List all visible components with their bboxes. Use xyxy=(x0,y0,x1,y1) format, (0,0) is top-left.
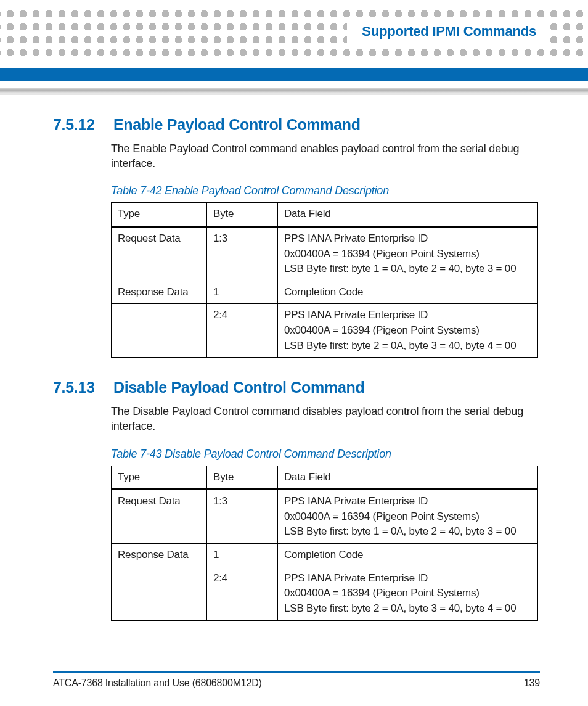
table-row: Request Data 1:3 PPS IANA Private Enterp… xyxy=(112,226,538,281)
table-cell: Response Data xyxy=(112,281,207,304)
table-cell: 2:4 xyxy=(207,304,278,358)
chapter-title: Supported IPMI Commands xyxy=(362,23,536,39)
table-header-cell: Byte xyxy=(207,466,278,490)
header-grey-bar xyxy=(0,88,588,95)
main-content: 7.5.12 Enable Payload Control Command Th… xyxy=(53,116,540,621)
table-caption: Table 7-43 Disable Payload Control Comma… xyxy=(111,448,540,461)
section-heading: 7.5.12 Enable Payload Control Command xyxy=(53,116,540,134)
section-paragraph: The Enable Payload Control command enabl… xyxy=(111,141,540,171)
table-row: Response Data 1 Completion Code xyxy=(112,281,538,304)
table-cell: 1:3 xyxy=(207,226,278,281)
page-footer: ATCA-7368 Installation and Use (6806800M… xyxy=(53,671,540,689)
footer-doc-title: ATCA-7368 Installation and Use (6806800M… xyxy=(53,678,262,689)
table-row: Request Data 1:3 PPS IANA Private Enterp… xyxy=(112,490,538,544)
command-table: Type Byte Data Field Request Data 1:3 PP… xyxy=(111,466,538,621)
table-cell: Response Data xyxy=(112,544,207,567)
table-cell: PPS IANA Private Enterprise ID0x00400A =… xyxy=(278,567,538,620)
table-row: 2:4 PPS IANA Private Enterprise ID0x0040… xyxy=(112,304,538,358)
table-header-cell: Byte xyxy=(207,203,278,227)
table-caption: Table 7-42 Enable Payload Control Comman… xyxy=(111,184,540,197)
page: Supported IPMI Commands 7.5.12 Enable Pa… xyxy=(0,0,588,706)
footer-page-number: 139 xyxy=(524,678,540,689)
table-header-cell: Type xyxy=(112,466,207,490)
table-cell: Completion Code xyxy=(278,281,538,304)
table-cell: PPS IANA Private Enterprise ID0x00400A =… xyxy=(278,490,538,544)
section-heading: 7.5.13 Disable Payload Control Command xyxy=(53,379,540,396)
section-number: 7.5.12 xyxy=(53,116,97,134)
table-cell: Completion Code xyxy=(278,544,538,567)
header-blue-bar xyxy=(0,68,588,81)
table-cell: PPS IANA Private Enterprise ID0x00400A =… xyxy=(278,226,538,281)
section-paragraph: The Disable Payload Control command disa… xyxy=(111,404,540,433)
table-row: Response Data 1 Completion Code xyxy=(112,544,538,567)
table-cell: PPS IANA Private Enterprise ID0x00400A =… xyxy=(278,304,538,358)
chapter-title-wrap: Supported IPMI Commands xyxy=(347,20,545,43)
table-cell: 2:4 xyxy=(207,567,278,620)
table-header-row: Type Byte Data Field xyxy=(112,466,538,490)
table-header-cell: Data Field xyxy=(278,203,538,227)
table-cell xyxy=(112,567,207,620)
table-header-row: Type Byte Data Field xyxy=(112,203,538,227)
table-cell: Request Data xyxy=(112,490,207,544)
command-table: Type Byte Data Field Request Data 1:3 PP… xyxy=(111,202,538,358)
table-cell: 1 xyxy=(207,544,278,567)
table-cell: 1:3 xyxy=(207,490,278,544)
table-cell: Request Data xyxy=(112,226,207,281)
section-title: Enable Payload Control Command xyxy=(113,116,361,134)
table-header-cell: Type xyxy=(112,203,207,227)
section-title: Disable Payload Control Command xyxy=(113,379,364,396)
table-row: 2:4 PPS IANA Private Enterprise ID0x0040… xyxy=(112,567,538,620)
table-cell: 1 xyxy=(207,281,278,304)
table-cell xyxy=(112,304,207,358)
table-header-cell: Data Field xyxy=(278,466,538,490)
section-number: 7.5.13 xyxy=(53,379,97,396)
